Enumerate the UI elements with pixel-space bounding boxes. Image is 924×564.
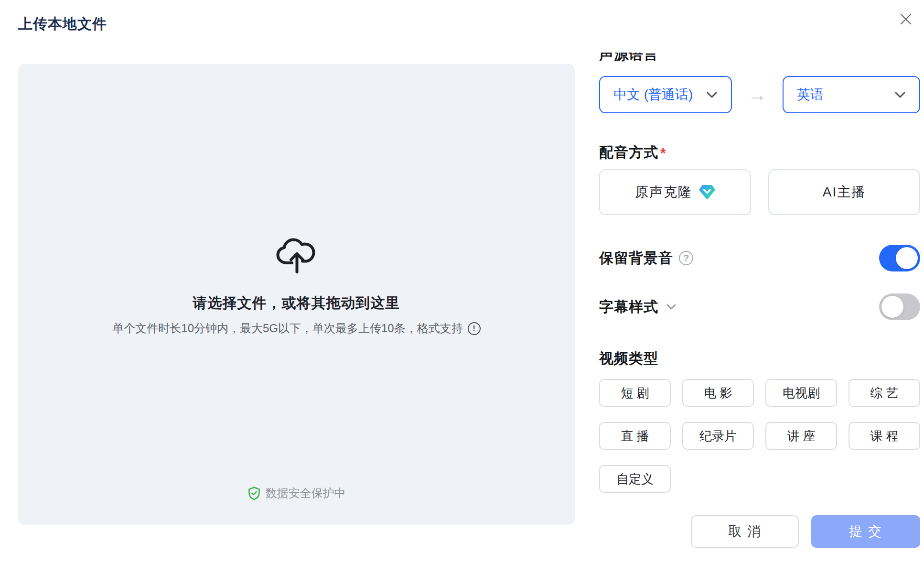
language-row: 中文 (普通话) → 英语 <box>599 76 920 113</box>
toggle-knob <box>896 247 918 269</box>
close-icon <box>899 12 913 28</box>
help-question-icon[interactable]: ? <box>679 251 693 265</box>
video-type-short-drama[interactable]: 短 剧 <box>599 379 671 407</box>
source-language-value: 中文 (普通话) <box>613 86 693 104</box>
video-type-movie[interactable]: 电 影 <box>682 379 754 407</box>
submit-button[interactable]: 提 交 <box>811 515 920 548</box>
settings-panel: 声源语言 中文 (普通话) → 英语 配音 <box>599 53 920 564</box>
video-type-variety[interactable]: 综 艺 <box>849 379 920 407</box>
format-info-icon[interactable]: ! <box>468 322 481 335</box>
video-type-lecture[interactable]: 讲 座 <box>765 422 837 450</box>
cancel-button[interactable]: 取 消 <box>691 515 799 548</box>
video-type-custom[interactable]: 自定义 <box>599 465 671 493</box>
dubbing-options-row: 原声克隆 AI主播 <box>599 169 920 215</box>
video-type-documentary[interactable]: 纪录片 <box>682 422 754 450</box>
toggle-knob <box>881 296 903 318</box>
ai-anchor-label: AI主播 <box>823 183 866 201</box>
chevron-down-icon <box>706 91 718 98</box>
close-button[interactable] <box>896 11 915 30</box>
keep-background-row: 保留背景音 ? <box>599 245 920 271</box>
upload-dialog: 上传本地文件 请选择文件，或将其拖动到这里 单个文件时长10分钟内，最大5G以下… <box>0 0 924 564</box>
source-language-select[interactable]: 中文 (普通话) <box>599 76 732 113</box>
cloud-upload-icon <box>274 229 320 276</box>
subtitle-style-row: 字幕样式 <box>599 293 920 320</box>
file-dropzone[interactable]: 请选择文件，或将其拖动到这里 单个文件时长10分钟内，最大5G以下，单次最多上传… <box>18 64 575 525</box>
target-language-value: 英语 <box>797 86 824 104</box>
dubbing-method-label: 配音方式 <box>599 143 658 163</box>
dropzone-main-text: 请选择文件，或将其拖动到这里 <box>193 293 400 313</box>
dialog-footer: 取 消 提 交 <box>691 515 920 548</box>
ai-anchor-option-button[interactable]: AI主播 <box>768 169 920 215</box>
chevron-down-icon[interactable] <box>666 304 677 310</box>
shield-check-icon <box>247 486 261 500</box>
subtitle-style-toggle[interactable] <box>879 293 920 320</box>
dropzone-hint-text: 单个文件时长10分钟内，最大5G以下，单次最多上传10条，格式支持 ! <box>112 321 480 336</box>
chevron-down-icon <box>894 91 906 98</box>
voice-clone-label: 原声克隆 <box>635 183 692 201</box>
video-type-course[interactable]: 课 程 <box>849 422 920 450</box>
dropzone-hint-label: 单个文件时长10分钟内，最大5G以下，单次最多上传10条，格式支持 <box>112 321 462 336</box>
required-asterisk: * <box>660 145 666 161</box>
page-title: 上传本地文件 <box>18 14 107 34</box>
video-type-tv-series[interactable]: 电视剧 <box>765 379 837 407</box>
data-security-row: 数据安全保护中 <box>18 486 575 501</box>
video-type-grid: 短 剧 电 影 电视剧 综 艺 直 播 纪录片 讲 座 课 程 自定义 <box>599 379 920 493</box>
dubbing-method-label-row: 配音方式 * <box>599 143 920 163</box>
video-type-live[interactable]: 直 播 <box>599 422 671 450</box>
vip-diamond-icon <box>699 184 715 200</box>
voice-clone-option-button[interactable]: 原声克隆 <box>599 169 751 215</box>
source-language-label: 声源语言 <box>599 53 920 65</box>
keep-background-toggle[interactable] <box>879 245 920 271</box>
data-security-label: 数据安全保护中 <box>266 486 346 501</box>
keep-background-label: 保留背景音 <box>599 249 673 268</box>
subtitle-style-label: 字幕样式 <box>599 297 658 317</box>
target-language-select[interactable]: 英语 <box>783 76 920 113</box>
arrow-right-icon: → <box>732 84 783 106</box>
video-type-label: 视频类型 <box>599 349 920 369</box>
